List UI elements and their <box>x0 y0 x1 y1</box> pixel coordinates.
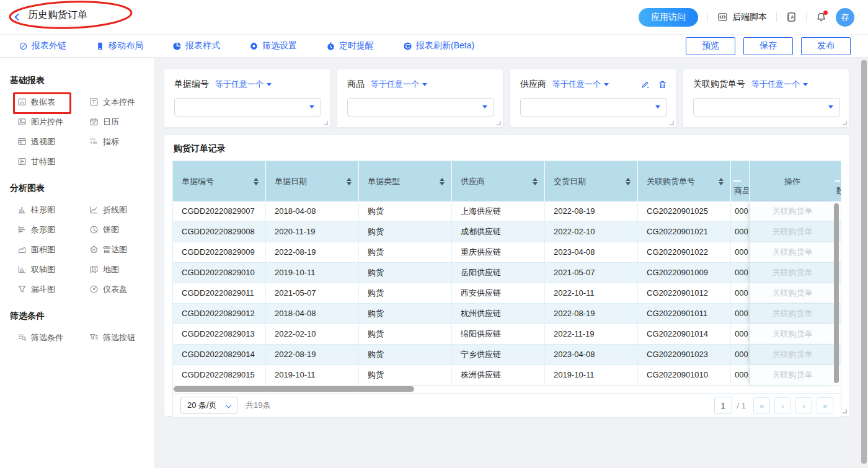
filter-card[interactable]: 供应商 等于任意一个 <box>510 69 676 127</box>
filter-condition-dropdown[interactable]: 等于任意一个 <box>751 79 808 90</box>
table-row[interactable]: CGDD202208290132022-02-10购货绵阳供应链2022-11-… <box>173 324 841 345</box>
resize-handle[interactable] <box>497 121 501 125</box>
filter-condition-dropdown[interactable]: 等于任意一个 <box>552 79 609 90</box>
toolbar-item-4[interactable]: 定时提醒 <box>326 40 374 51</box>
sidebar-item[interactable]: 地图 <box>89 263 154 275</box>
horizontal-scroll-thumb[interactable] <box>174 386 414 392</box>
sidebar-item[interactable]: 数据表 <box>17 96 89 108</box>
table-row[interactable]: CGDD202208290122018-04-08购货杭州供应链2022-08-… <box>173 304 841 324</box>
preview-button[interactable]: 预览 <box>686 37 735 55</box>
prev-page-icon[interactable]: ‹ <box>774 397 791 414</box>
link-purchase-order-button[interactable]: 关联购货单 <box>750 242 835 263</box>
sidebar-item[interactable]: 图片控件 <box>17 116 89 128</box>
resize-handle[interactable] <box>843 409 847 413</box>
sort-icon[interactable] <box>626 175 631 188</box>
filter-value-select[interactable] <box>347 98 494 117</box>
toolbar-item-0[interactable]: 报表外链 <box>19 40 66 51</box>
sidebar-item[interactable]: 雷达图 <box>89 244 154 255</box>
resize-handle[interactable] <box>670 121 674 125</box>
page-size-select[interactable]: 20 条/页 <box>180 397 237 414</box>
sidebar-item[interactable]: 折线图 <box>89 204 154 216</box>
link-purchase-order-button[interactable]: 关联购货单 <box>750 345 835 365</box>
sidebar-item[interactable]: 饼图 <box>89 224 154 236</box>
sidebar-item[interactable]: 面积图 <box>17 244 89 255</box>
column-header[interactable]: 单据日期 <box>266 161 359 201</box>
link-purchase-order-button[interactable]: 关联购货单 <box>750 283 835 304</box>
link-purchase-order-button[interactable]: 关联购货单 <box>750 222 835 242</box>
content: 基础报表 数据表 文本控件 图片控件 日历 透视图 4,80 指标 甘特图 分析… <box>0 58 868 468</box>
filter-card[interactable]: 关联购货单号 等于任意一个 <box>683 69 849 127</box>
table-row[interactable]: CGDD202208290152019-10-11购货株洲供应链2019-10-… <box>173 365 841 386</box>
filter-card[interactable]: 商品 等于任意一个 <box>337 69 503 127</box>
avatar[interactable]: 存 <box>836 8 854 27</box>
sidebar-item[interactable]: 日历 <box>89 116 154 128</box>
column-header[interactable]: 关联购货单号 <box>638 161 731 201</box>
first-page-icon[interactable]: « <box>753 397 770 414</box>
last-page-icon[interactable]: » <box>817 397 833 414</box>
toolbar-item-5[interactable]: 报表刷新(Beta) <box>403 40 474 51</box>
pagination-bar: 20 条/页 共19条 1 / 1 «‹›» <box>173 393 841 417</box>
app-access-button[interactable]: 应用访问 <box>639 8 698 27</box>
save-button[interactable]: 保存 <box>743 37 793 55</box>
sidebar-item[interactable]: 条形图 <box>17 224 89 236</box>
sidebar-item[interactable]: 4,80 指标 <box>89 136 154 148</box>
column-header[interactable]: 单据编号 <box>173 161 266 201</box>
report-card[interactable]: 购货订单记录 单据编号 单据日期 单据类型 供应商 交货日期 关联购货单号 商品… <box>164 135 849 416</box>
filter-card[interactable]: 单据编号 等于任意一个 <box>164 69 330 127</box>
column-header[interactable]: 供应商 <box>452 161 545 201</box>
publish-button[interactable]: 发布 <box>801 37 851 55</box>
notification-bell-icon[interactable] <box>816 12 826 22</box>
back-button[interactable] <box>12 12 22 22</box>
sidebar-item[interactable]: 甘特图 <box>17 156 89 167</box>
link-purchase-order-button[interactable]: 关联购货单 <box>750 365 835 386</box>
sort-icon[interactable] <box>254 175 259 188</box>
toolbar-item-3[interactable]: 筛选设置 <box>249 40 297 51</box>
sort-icon[interactable] <box>347 175 352 188</box>
sidebar-item[interactable]: 筛选条件 <box>17 332 89 343</box>
sidebar-section: 分析图表 柱形图 折线图 条形图 饼图 面积图 雷达图 双轴图 地图 漏斗图 仪… <box>0 183 154 295</box>
sort-icon[interactable] <box>533 175 538 188</box>
current-page-box[interactable]: 1 <box>714 397 732 414</box>
delete-icon[interactable] <box>658 80 667 89</box>
toolbar-item-2[interactable]: 报表样式 <box>172 40 220 51</box>
table-row[interactable]: CGDD202208290112021-05-07购货西安供应链2022-10-… <box>173 283 841 304</box>
changelog-icon[interactable]: A <box>786 12 797 22</box>
column-header[interactable]: 交货日期 <box>545 161 638 201</box>
backend-script-button[interactable]: 后端脚本 <box>717 12 767 23</box>
sort-icon[interactable] <box>719 175 724 188</box>
toolbar-item-1[interactable]: 移动布局 <box>95 40 143 51</box>
sidebar-item[interactable]: 柱形图 <box>17 204 89 216</box>
resize-handle[interactable] <box>843 121 847 125</box>
table-row[interactable]: CGDD202208290082020-11-19购货成都供应链2022-02-… <box>173 222 841 242</box>
toolbar-item-label: 定时提醒 <box>339 40 374 51</box>
filter-value-select[interactable] <box>174 98 321 117</box>
sidebar-item[interactable]: 透视图 <box>17 136 89 148</box>
filter-value-select[interactable] <box>693 98 840 117</box>
link-purchase-order-button[interactable]: 关联购货单 <box>750 324 835 345</box>
filter-value-select[interactable] <box>520 98 667 117</box>
next-page-icon[interactable]: › <box>795 397 812 414</box>
column-header-truncated[interactable]: 商品 <box>731 161 750 201</box>
sidebar-item[interactable]: 仪表盘 <box>89 283 154 295</box>
filter-condition-dropdown[interactable]: 等于任意一个 <box>371 79 427 90</box>
link-purchase-order-button[interactable]: 关联购货单 <box>750 304 835 324</box>
table-row[interactable]: CGDD202208290092022-08-19购货重庆供应链2023-04-… <box>173 242 841 263</box>
link-purchase-order-button[interactable]: 关联购货单 <box>750 201 835 222</box>
table-row[interactable]: CGDD202208290102019-10-11购货岳阳供应链2021-05-… <box>173 263 841 283</box>
filter-condition-dropdown[interactable]: 等于任意一个 <box>215 79 272 90</box>
table-vertical-scrollbar[interactable] <box>834 203 839 383</box>
table-cell: CGDD20220829013 <box>173 324 266 345</box>
sidebar-item[interactable]: 筛选按钮 <box>89 332 154 343</box>
sidebar-item[interactable]: 漏斗图 <box>17 283 89 295</box>
edit-icon[interactable] <box>640 80 650 89</box>
sort-icon[interactable] <box>440 175 445 188</box>
sidebar-item[interactable]: 文本控件 <box>89 96 154 108</box>
table-cell: CG20220901012 <box>638 283 731 304</box>
column-header[interactable]: 单据类型 <box>359 161 452 201</box>
page-scroll-thumb[interactable] <box>861 60 867 464</box>
resize-handle[interactable] <box>324 121 328 125</box>
link-purchase-order-button[interactable]: 关联购货单 <box>750 263 835 283</box>
sidebar-item[interactable]: 双轴图 <box>17 263 89 275</box>
table-row[interactable]: CGDD202208290142022-08-19购货宁乡供应链2023-04-… <box>173 345 841 365</box>
table-row[interactable]: CGDD202208290072018-04-08购货上海供应链2022-08-… <box>173 201 841 222</box>
